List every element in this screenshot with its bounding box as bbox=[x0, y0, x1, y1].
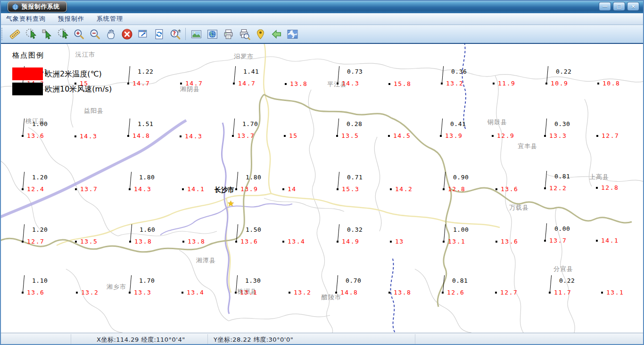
back-icon[interactable] bbox=[269, 26, 284, 42]
select-lasso-icon[interactable] bbox=[55, 26, 70, 42]
minimize-button[interactable]: — bbox=[599, 2, 611, 11]
print-preview-icon[interactable] bbox=[237, 26, 252, 42]
legend-wind-swatch bbox=[12, 83, 43, 95]
select-arrow-icon[interactable] bbox=[39, 26, 54, 42]
full-extent-icon[interactable] bbox=[135, 26, 150, 42]
ruler-icon[interactable] bbox=[7, 26, 22, 42]
title-bar: 预报制作系统 — □ × bbox=[0, 0, 644, 14]
menu-weather-data-query[interactable]: 气象资料查询 bbox=[0, 15, 52, 23]
restore-button[interactable]: □ bbox=[613, 2, 625, 11]
globe-logo-icon bbox=[12, 3, 19, 10]
legend-wind-label: 欧洲10米风速(m/s) bbox=[45, 84, 112, 94]
refresh-icon[interactable] bbox=[151, 26, 166, 42]
svg-text:?: ? bbox=[173, 30, 176, 37]
status-y-coordinate: Y坐标:28.22 纬度:30°0'0" bbox=[214, 336, 293, 344]
city-star-icon: ★ bbox=[227, 199, 234, 208]
app-title: 预报制作系统 bbox=[22, 3, 60, 11]
svg-text:±: ± bbox=[177, 28, 181, 33]
image-export-icon[interactable] bbox=[189, 26, 204, 42]
grid-legend: 格点图例 欧洲2米温度(℃) 欧洲10米风速(m/s) bbox=[8, 49, 136, 101]
toolbar-separator bbox=[185, 28, 186, 40]
app-title-tab[interactable]: 预报制作系统 bbox=[8, 1, 67, 12]
map-grid-icon[interactable] bbox=[285, 26, 300, 42]
toolbar: ? ± bbox=[0, 25, 644, 44]
toolbar-grip[interactable] bbox=[1, 28, 5, 40]
close-button[interactable]: × bbox=[627, 2, 639, 11]
map-canvas[interactable]: 沅江市汨罗市湘阴县平江县益阳县桃江县铜鼓县宜丰县上高县万载县长沙市湘潭县湘乡市株… bbox=[0, 42, 644, 333]
identify-icon[interactable]: ? ± bbox=[167, 26, 182, 42]
select-features-icon[interactable] bbox=[23, 26, 38, 42]
zoom-in-icon[interactable] bbox=[71, 26, 86, 42]
stop-icon[interactable] bbox=[119, 26, 134, 42]
menu-forecast-production[interactable]: 预报制作 bbox=[52, 15, 91, 23]
zoom-out-icon[interactable] bbox=[87, 26, 102, 42]
globe-icon[interactable] bbox=[205, 26, 220, 42]
placemark-icon[interactable] bbox=[253, 26, 268, 42]
status-x-coordinate: X坐标:114.29 经度:110°0'4" bbox=[97, 336, 185, 344]
legend-temp-label: 欧洲2米温度(℃) bbox=[45, 69, 102, 79]
legend-temp-swatch bbox=[12, 67, 43, 80]
status-separator bbox=[415, 334, 415, 345]
pan-icon[interactable] bbox=[103, 26, 118, 42]
status-separator bbox=[207, 334, 208, 345]
print-icon[interactable] bbox=[221, 26, 236, 42]
menu-system-management[interactable]: 系统管理 bbox=[91, 15, 129, 23]
status-bar: X坐标:114.29 经度:110°0'4" Y坐标:28.22 纬度:30°0… bbox=[0, 333, 644, 345]
status-separator bbox=[71, 334, 71, 345]
legend-title: 格点图例 bbox=[12, 51, 44, 60]
menu-bar: 气象资料查询 预报制作 系统管理 bbox=[0, 13, 644, 25]
window-controls: — □ × bbox=[599, 2, 639, 11]
